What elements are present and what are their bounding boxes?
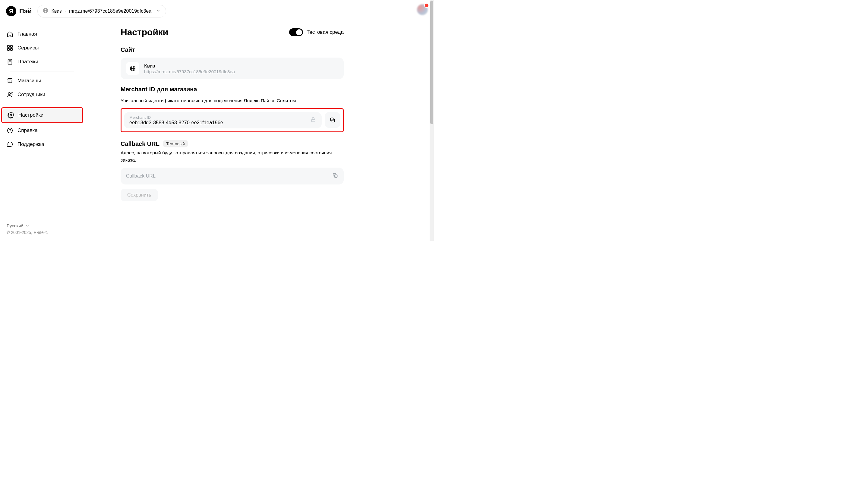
callback-badge: Тестовый bbox=[163, 140, 188, 148]
receipt-icon bbox=[7, 59, 13, 65]
globe-icon bbox=[42, 7, 49, 15]
chevron-down-icon bbox=[25, 224, 30, 228]
sidebar-item-label: Настройки bbox=[19, 112, 43, 118]
logo[interactable]: Я Пэй bbox=[6, 6, 32, 16]
store-icon bbox=[7, 77, 13, 84]
merchant-id-title: Merchant ID для магазина bbox=[121, 86, 344, 93]
site-url-label: mrqz.me/67937cc185e9e20019dfc3ea bbox=[69, 8, 151, 14]
grid-icon bbox=[7, 44, 13, 51]
sidebar-item-home[interactable]: Главная bbox=[1, 27, 83, 41]
sidebar-highlight: Настройки bbox=[1, 107, 83, 123]
separator-dot: · bbox=[65, 8, 66, 14]
sidebar-item-label: Поддержка bbox=[18, 141, 44, 148]
test-env-toggle[interactable] bbox=[289, 28, 303, 36]
site-card-url: https://mrqz.me/67937cc185e9e20019dfc3ea bbox=[144, 69, 235, 74]
svg-rect-3 bbox=[10, 45, 12, 47]
merchant-id-label: Merchant ID bbox=[129, 115, 223, 120]
callback-url-input[interactable] bbox=[126, 173, 332, 179]
svg-rect-5 bbox=[10, 49, 12, 50]
callback-desc: Адрес, на который будут отправляться зап… bbox=[121, 149, 344, 163]
site-name-label: Квиз bbox=[52, 8, 62, 14]
language-selector[interactable]: Русский bbox=[7, 223, 78, 228]
sidebar-item-shops[interactable]: Магазины bbox=[1, 74, 83, 88]
sidebar-divider bbox=[10, 71, 74, 71]
merchant-id-field: Merchant ID eeb13dd3-3588-4d53-8270-ee21… bbox=[124, 112, 322, 128]
sidebar-item-services[interactable]: Сервисы bbox=[1, 41, 83, 55]
sidebar-item-support[interactable]: Поддержка bbox=[1, 137, 83, 151]
copyright: © 2001-2025, Яндекс bbox=[7, 230, 78, 235]
users-icon bbox=[7, 91, 13, 98]
globe-icon bbox=[126, 62, 139, 75]
lock-icon bbox=[310, 117, 316, 124]
sidebar-item-settings[interactable]: Настройки bbox=[2, 108, 82, 122]
sidebar-item-label: Сервисы bbox=[18, 45, 39, 51]
sidebar-item-help[interactable]: Справка bbox=[1, 124, 83, 137]
save-button[interactable]: Сохранить bbox=[121, 189, 158, 201]
copy-merchant-id-button[interactable] bbox=[325, 112, 340, 128]
site-card-name: Квиз bbox=[144, 63, 235, 69]
site-card[interactable]: Квиз https://mrqz.me/67937cc185e9e20019d… bbox=[121, 58, 344, 79]
copy-icon bbox=[330, 117, 336, 123]
svg-point-8 bbox=[10, 114, 12, 116]
help-icon bbox=[7, 127, 13, 134]
logo-mark: Я bbox=[6, 6, 16, 16]
merchant-id-highlight: Merchant ID eeb13dd3-3588-4d53-8270-ee21… bbox=[121, 108, 344, 132]
sidebar-item-label: Магазины bbox=[18, 78, 41, 84]
logo-text: Пэй bbox=[19, 7, 32, 15]
callback-title: Callback URL bbox=[121, 140, 159, 148]
merchant-id-value: eeb13dd3-3588-4d53-8270-ee21f1ea196e bbox=[129, 120, 223, 125]
gear-icon bbox=[7, 112, 14, 119]
svg-rect-4 bbox=[7, 49, 9, 50]
sidebar-item-payments[interactable]: Платежи bbox=[1, 55, 83, 69]
svg-rect-12 bbox=[311, 119, 315, 122]
scrollbar[interactable] bbox=[430, 0, 434, 241]
sidebar-item-employees[interactable]: Сотрудники bbox=[1, 88, 83, 102]
copy-icon bbox=[332, 172, 338, 179]
callback-url-field[interactable] bbox=[121, 168, 344, 185]
scrollbar-thumb[interactable] bbox=[430, 1, 433, 124]
sidebar-item-label: Сотрудники bbox=[18, 92, 45, 98]
site-selector[interactable]: Квиз · mrqz.me/67937cc185e9e20019dfc3ea bbox=[37, 5, 166, 18]
sidebar-item-label: Главная bbox=[18, 31, 37, 37]
sidebar-item-label: Справка bbox=[18, 128, 38, 133]
copy-callback-button[interactable] bbox=[332, 172, 338, 180]
toggle-label: Тестовая среда bbox=[307, 29, 344, 35]
page-title: Настройки bbox=[121, 27, 168, 37]
svg-point-7 bbox=[8, 93, 10, 95]
sidebar-item-label: Платежи bbox=[18, 59, 38, 65]
svg-rect-2 bbox=[7, 45, 9, 47]
merchant-id-desc: Уникальный идентификатор магазина для по… bbox=[121, 97, 344, 104]
chevron-down-icon bbox=[156, 8, 161, 14]
sidebar-divider bbox=[10, 104, 74, 104]
home-icon bbox=[7, 31, 13, 37]
avatar-notification-badge bbox=[424, 3, 429, 8]
chat-icon bbox=[7, 141, 13, 148]
language-label: Русский bbox=[7, 223, 24, 228]
site-section-title: Сайт bbox=[121, 46, 344, 53]
